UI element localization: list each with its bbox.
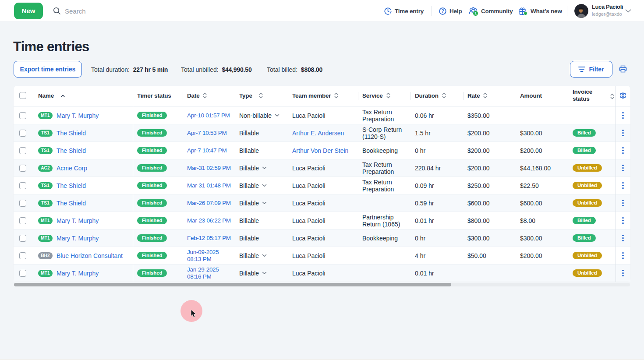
svg-text:?: ? <box>442 9 444 14</box>
